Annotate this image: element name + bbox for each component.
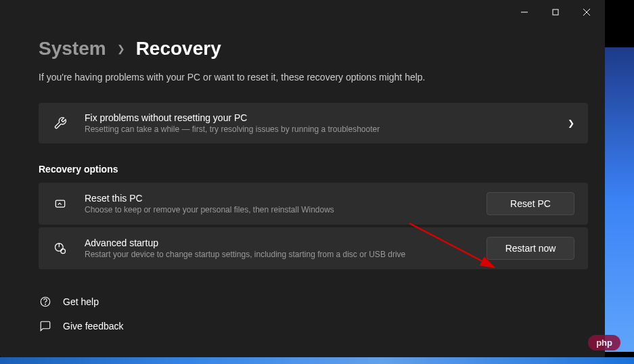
chevron-right-icon: ❯ <box>117 43 125 54</box>
help-icon <box>39 295 52 309</box>
svg-point-7 <box>61 249 66 254</box>
breadcrumb-parent[interactable]: System <box>39 38 106 60</box>
page-subtitle: If you're having problems with your PC o… <box>39 72 605 83</box>
recovery-options-header: Recovery options <box>39 164 605 175</box>
settings-content: System ❯ Recovery If you're having probl… <box>0 24 605 338</box>
reset-icon <box>52 196 68 212</box>
feedback-icon <box>39 319 52 333</box>
advanced-startup-card: Advanced startup Restart your device to … <box>39 227 588 269</box>
bottom-links: Get help Give feedback <box>39 290 605 338</box>
troubleshoot-desc: Resetting can take a while — first, try … <box>85 124 568 134</box>
wrench-icon <box>52 115 68 131</box>
get-help-link[interactable]: Get help <box>39 290 605 314</box>
reset-pc-button[interactable]: Reset PC <box>486 192 574 215</box>
minimize-button[interactable] <box>509 1 540 23</box>
get-help-label: Get help <box>63 296 99 307</box>
maximize-button[interactable] <box>540 1 571 23</box>
give-feedback-link[interactable]: Give feedback <box>39 314 605 338</box>
taskbar <box>0 357 634 364</box>
advanced-startup-title: Advanced startup <box>85 237 486 248</box>
give-feedback-label: Give feedback <box>63 321 124 332</box>
settings-window: System ❯ Recovery If you're having probl… <box>0 0 605 361</box>
svg-rect-1 <box>553 9 558 15</box>
svg-point-9 <box>45 304 46 304</box>
watermark-badge: php <box>588 335 620 350</box>
window-titlebar <box>0 0 605 24</box>
power-gear-icon <box>52 240 68 256</box>
breadcrumb: System ❯ Recovery <box>39 38 605 60</box>
reset-pc-card: Reset this PC Choose to keep or remove y… <box>39 183 588 225</box>
troubleshoot-card[interactable]: Fix problems without resetting your PC R… <box>39 103 588 143</box>
advanced-startup-desc: Restart your device to change startup se… <box>85 250 486 259</box>
page-title: Recovery <box>136 38 221 60</box>
close-button[interactable] <box>571 1 602 23</box>
chevron-right-icon: ❯ <box>568 118 574 128</box>
reset-pc-desc: Choose to keep or remove your personal f… <box>85 205 486 214</box>
desktop-background <box>605 47 634 352</box>
restart-now-button[interactable]: Restart now <box>486 237 574 260</box>
troubleshoot-title: Fix problems without resetting your PC <box>85 112 568 123</box>
reset-pc-title: Reset this PC <box>85 193 486 204</box>
